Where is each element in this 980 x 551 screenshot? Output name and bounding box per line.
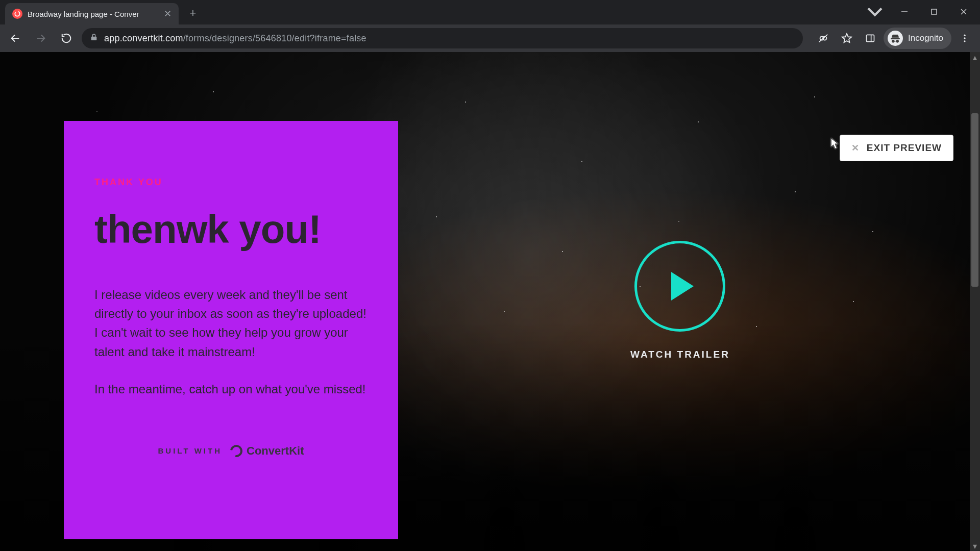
tab-search-chevron-icon[interactable] bbox=[862, 3, 888, 21]
svg-rect-11 bbox=[867, 35, 874, 41]
window-close-button[interactable] bbox=[950, 3, 977, 21]
exit-preview-button[interactable]: ✕ EXIT PREVIEW bbox=[840, 135, 953, 161]
side-panel-icon[interactable] bbox=[860, 28, 880, 48]
tracking-blocked-icon[interactable] bbox=[813, 28, 834, 48]
video-play-block: WATCH TRAILER bbox=[630, 241, 730, 360]
url-path: /forms/designers/5646810/edit?iframe=fal… bbox=[183, 33, 366, 43]
eyebrow-label: THANK YOU bbox=[94, 177, 368, 188]
svg-point-15 bbox=[964, 40, 965, 42]
nav-back-button[interactable] bbox=[5, 28, 26, 48]
page-viewport: THANK YOU thenwk you! I release videos e… bbox=[0, 52, 980, 551]
svg-point-13 bbox=[964, 35, 965, 36]
svg-marker-10 bbox=[842, 34, 851, 42]
url-host: app.convertkit.com bbox=[104, 33, 183, 43]
play-button[interactable] bbox=[634, 241, 725, 332]
nav-reload-button[interactable] bbox=[56, 28, 77, 48]
browser-toolbar: app.convertkit.com/forms/designers/56468… bbox=[0, 24, 980, 52]
window-maximize-button[interactable] bbox=[921, 3, 947, 21]
browser-chrome: Broadway landing page - Conver ✕ + app.c… bbox=[0, 0, 980, 52]
svg-rect-1 bbox=[932, 9, 937, 14]
play-icon bbox=[671, 272, 694, 300]
url-text: app.convertkit.com/forms/designers/56468… bbox=[104, 33, 795, 44]
thank-you-card: THANK YOU thenwk you! I release videos e… bbox=[64, 121, 398, 539]
headline: thenwk you! bbox=[94, 206, 368, 253]
svg-point-4 bbox=[15, 11, 19, 16]
browser-tab[interactable]: Broadway landing page - Conver ✕ bbox=[5, 3, 179, 24]
svg-point-14 bbox=[964, 37, 965, 39]
tab-bar: Broadway landing page - Conver ✕ + bbox=[0, 0, 980, 24]
scroll-down-arrow-icon[interactable]: ▾ bbox=[970, 541, 980, 551]
body-paragraph-2: In the meantime, catch up on what you've… bbox=[94, 380, 368, 398]
convertkit-wordmark: ConvertKit bbox=[247, 444, 304, 458]
body-text: I release videos every week and they'll … bbox=[94, 285, 368, 398]
address-bar[interactable]: app.convertkit.com/forms/designers/56468… bbox=[82, 28, 803, 48]
bookmark-star-icon[interactable] bbox=[837, 28, 857, 48]
incognito-icon bbox=[888, 31, 903, 46]
vertical-scrollbar[interactable]: ▴ ▾ bbox=[970, 52, 980, 551]
exit-preview-label: EXIT PREVIEW bbox=[867, 142, 942, 154]
toolbar-right: Incognito bbox=[808, 28, 975, 49]
tab-close-icon[interactable]: ✕ bbox=[164, 9, 172, 18]
body-paragraph-1: I release videos every week and they'll … bbox=[94, 285, 368, 361]
nav-forward-button[interactable] bbox=[31, 28, 51, 48]
watch-trailer-label: WATCH TRAILER bbox=[630, 349, 730, 360]
close-icon: ✕ bbox=[851, 143, 860, 153]
built-with-badge[interactable]: BUILT WITH ConvertKit bbox=[94, 444, 368, 458]
scroll-up-arrow-icon[interactable]: ▴ bbox=[970, 52, 980, 62]
tab-favicon-icon bbox=[12, 9, 22, 19]
window-minimize-button[interactable] bbox=[891, 3, 918, 21]
new-tab-button[interactable]: + bbox=[184, 4, 202, 22]
browser-menu-icon[interactable] bbox=[954, 28, 975, 48]
convertkit-ring-icon bbox=[228, 442, 244, 459]
built-with-label: BUILT WITH bbox=[158, 446, 223, 455]
window-controls bbox=[862, 0, 980, 23]
convertkit-logo: ConvertKit bbox=[230, 444, 304, 458]
incognito-pill[interactable]: Incognito bbox=[884, 28, 951, 49]
incognito-label: Incognito bbox=[908, 33, 943, 43]
tab-title: Broadway landing page - Conver bbox=[28, 10, 159, 18]
secure-lock-icon bbox=[90, 33, 98, 43]
scrollbar-thumb[interactable] bbox=[971, 113, 978, 287]
